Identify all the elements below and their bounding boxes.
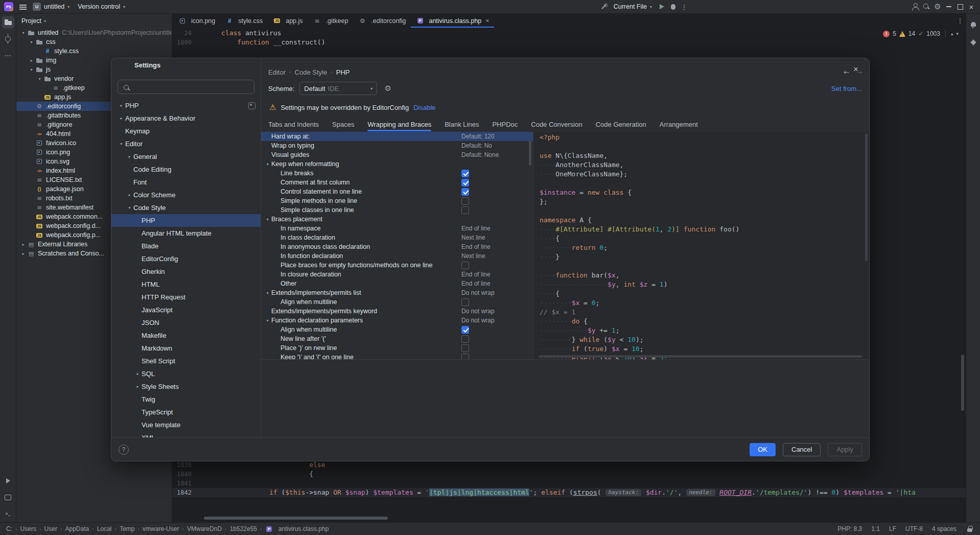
chevron-right-icon[interactable] xyxy=(126,193,133,197)
chevron-right-icon[interactable] xyxy=(126,154,133,159)
checkbox[interactable] xyxy=(461,298,469,306)
tab-code-generation[interactable]: Code Generation xyxy=(596,117,646,132)
notifications-icon[interactable] xyxy=(967,18,979,30)
settings-item-html[interactable]: HTML xyxy=(111,278,261,291)
set-from-link[interactable]: Set from... xyxy=(831,85,862,92)
settings-item-style-sheets[interactable]: Style Sheets xyxy=(111,380,261,393)
window-close-icon[interactable] xyxy=(966,1,977,12)
help-icon[interactable] xyxy=(119,445,129,455)
user-account-icon[interactable] xyxy=(909,1,921,12)
close-icon[interactable] xyxy=(485,17,489,25)
settings-item-blade[interactable]: Blade xyxy=(111,240,261,252)
option-simple-classes-in-one-line[interactable]: Simple classes in one line xyxy=(261,205,533,215)
run-tool-window-icon[interactable] xyxy=(2,475,14,487)
option-place-on-new-line[interactable]: Place ')' on new line xyxy=(261,343,533,353)
status-widget-4-spaces[interactable]: 4 spaces xyxy=(932,525,956,532)
tab-wrapping-and-braces[interactable]: Wrapping and Braces xyxy=(367,117,431,132)
option-simple-methods-in-one-line[interactable]: Simple methods in one line xyxy=(261,196,533,205)
checkbox[interactable] xyxy=(461,188,469,196)
horizontal-scrollbar[interactable] xyxy=(204,517,388,520)
tree-item-css[interactable]: css xyxy=(16,37,172,46)
settings-filter-icon[interactable] xyxy=(248,102,255,109)
settings-item-typescript[interactable]: TypeScript xyxy=(111,406,261,418)
project-widget[interactable]: U untitled xyxy=(29,1,74,13)
editor-tab-antivirus-class-php[interactable]: antivirus.class.php xyxy=(411,14,494,28)
settings-item-json[interactable]: JSON xyxy=(111,316,261,329)
checkbox[interactable] xyxy=(461,170,469,177)
preview-horizontal-scrollbar[interactable] xyxy=(539,355,862,358)
option-extends-implements-permits-keyword[interactable]: Extends/implements/permits keywordDo not… xyxy=(261,307,533,316)
tab-blank-lines[interactable]: Blank Lines xyxy=(445,117,479,132)
option-wrap-on-typing[interactable]: Wrap on typingDefault: No xyxy=(261,141,533,150)
chevron-down-icon[interactable] xyxy=(264,318,271,323)
tab-phpdoc[interactable]: PHPDoc xyxy=(492,117,518,132)
chevron-right-icon[interactable] xyxy=(19,251,27,256)
option-control-statement-in-one-line[interactable]: Control statement in one line xyxy=(261,187,533,196)
settings-item-font[interactable]: Font xyxy=(111,176,261,189)
more-tool-windows-icon[interactable] xyxy=(2,49,14,61)
chevron-down-icon[interactable] xyxy=(19,31,27,35)
status-breadcrumb-item[interactable]: Users xyxy=(20,525,36,532)
checkbox[interactable] xyxy=(461,335,469,343)
settings-item-keymap[interactable]: Keymap xyxy=(111,125,261,137)
chevron-down-icon[interactable] xyxy=(956,31,959,36)
main-menu-icon[interactable] xyxy=(17,1,29,12)
tab-spaces[interactable]: Spaces xyxy=(332,117,354,132)
settings-item-http-request[interactable]: HTTP Request xyxy=(111,291,261,304)
settings-item-sql[interactable]: SQL xyxy=(111,367,261,380)
status-breadcrumb-item[interactable]: 1b522e55 xyxy=(230,525,257,532)
status-breadcrumb-item[interactable]: Local xyxy=(97,525,112,532)
settings-item-gherkin[interactable]: Gherkin xyxy=(111,265,261,278)
tab-arrangement[interactable]: Arrangement xyxy=(660,117,698,132)
chevron-down-icon[interactable] xyxy=(36,77,43,81)
option-function-declaration-parameters[interactable]: Function declaration parametersDo not wr… xyxy=(261,316,533,325)
status-widget-utf-8[interactable]: UTF-8 xyxy=(905,525,923,532)
settings-item-xml[interactable]: XML xyxy=(111,431,261,437)
editor-tab-editorconfig[interactable]: .editorconfig xyxy=(353,14,411,28)
option-hard-wrap-at[interactable]: Hard wrap at:Default: 120 xyxy=(261,132,533,141)
option-new-line-after[interactable]: New line after '(' xyxy=(261,334,533,343)
run-button-icon[interactable] xyxy=(656,1,667,12)
vertical-scrollbar[interactable] xyxy=(961,355,964,411)
option-comment-at-first-column[interactable]: Comment at first column xyxy=(261,178,533,187)
checkbox[interactable] xyxy=(461,197,469,205)
checkbox[interactable] xyxy=(461,262,469,269)
scheme-gear-icon[interactable] xyxy=(382,83,393,94)
chevron-right-icon[interactable] xyxy=(118,116,125,121)
option-in-class-declaration[interactable]: In class declarationNext line xyxy=(261,233,533,242)
status-widget-1-1[interactable]: 1:1 xyxy=(871,525,880,532)
option-in-closure-declaration[interactable]: In closure declarationEnd of line xyxy=(261,270,533,279)
settings-item-vue-template[interactable]: Vue template xyxy=(111,418,261,431)
settings-item-color-scheme[interactable]: Color Scheme xyxy=(111,189,261,201)
status-breadcrumb-item[interactable]: AppData xyxy=(65,525,89,532)
breadcrumb-item[interactable]: Editor xyxy=(268,68,286,76)
option-align-when-multiline[interactable]: Align when multiline xyxy=(261,297,533,307)
tab-code-conversion[interactable]: Code Conversion xyxy=(531,117,582,132)
checkbox[interactable] xyxy=(461,326,469,334)
status-breadcrumb-item[interactable]: User xyxy=(44,525,57,532)
option-extends-implements-permits-list[interactable]: Extends/implements/permits listDo not wr… xyxy=(261,288,533,297)
settings-item-code-style[interactable]: Code Style xyxy=(111,201,261,214)
chevron-down-icon[interactable] xyxy=(264,291,271,295)
inspections-widget[interactable]: 5 14 1003 xyxy=(883,30,959,37)
status-breadcrumb-item[interactable]: antivirus.class.php xyxy=(278,525,329,532)
chevron-down-icon[interactable] xyxy=(28,40,35,44)
tools-icon[interactable] xyxy=(598,1,610,12)
run-configuration-widget[interactable]: Current File xyxy=(610,1,656,13)
option-in-namespace[interactable]: In namespaceEnd of line xyxy=(261,224,533,233)
checkbox[interactable] xyxy=(461,344,469,352)
debug-button-icon[interactable] xyxy=(667,1,679,12)
chevron-right-icon[interactable] xyxy=(134,371,142,376)
window-maximize-icon[interactable] xyxy=(954,1,966,12)
checkbox[interactable] xyxy=(461,179,469,187)
tree-item-style-css[interactable]: style.css xyxy=(16,46,172,56)
settings-item-appearance-behavior[interactable]: Appearance & Behavior xyxy=(111,112,261,125)
chevron-right-icon[interactable] xyxy=(134,384,142,389)
chevron-right-icon[interactable] xyxy=(19,242,27,247)
ok-button[interactable]: OK xyxy=(750,443,776,456)
settings-item-shell-script[interactable]: Shell Script xyxy=(111,355,261,367)
settings-item-php[interactable]: PHP xyxy=(111,99,261,112)
settings-item-code-editing[interactable]: Code Editing xyxy=(111,163,261,176)
vcs-widget[interactable]: Version control xyxy=(74,1,129,13)
chevron-down-icon[interactable] xyxy=(264,162,271,167)
